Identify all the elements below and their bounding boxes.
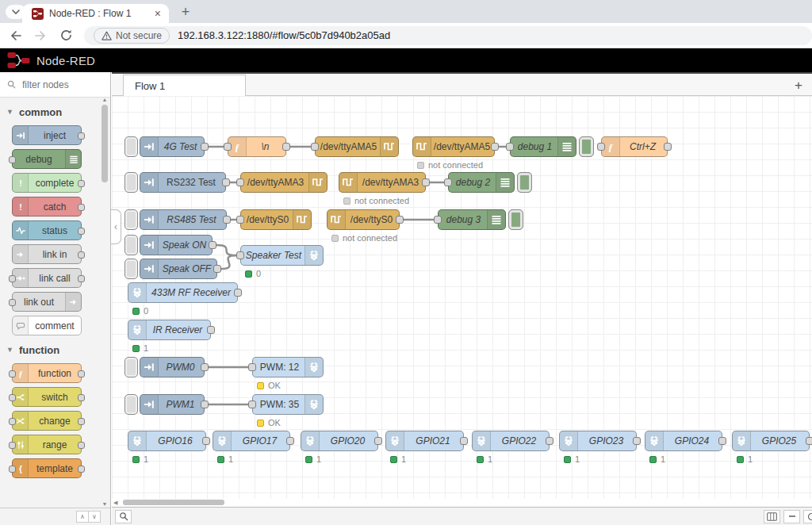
node-port[interactable] [9, 370, 16, 377]
palette-scrollbar[interactable]: ▲ ▼ [102, 98, 108, 506]
zoom-search-button[interactable] [115, 510, 132, 523]
tab-close-icon[interactable]: × [153, 8, 163, 19]
navigator-toggle-button[interactable] [764, 510, 780, 523]
palette-node-link-out[interactable]: link out [12, 292, 82, 312]
address-bar[interactable]: Not secure 192.168.3.122:1880/#flow/5c0b… [84, 26, 812, 45]
node-inject-speak-off[interactable]: Speak OFF [140, 259, 217, 279]
inject-button[interactable] [124, 235, 138, 255]
output-port[interactable] [718, 437, 726, 445]
output-port[interactable] [209, 241, 216, 249]
debug-toggle-button[interactable] [508, 209, 523, 230]
add-flow-button[interactable]: + [790, 77, 807, 94]
output-port[interactable] [201, 143, 209, 151]
zoom-out-button[interactable] [783, 510, 800, 523]
output-port[interactable] [546, 437, 553, 445]
palette-node-link-in[interactable]: link in [12, 244, 82, 264]
wire[interactable] [216, 245, 236, 255]
inject-button[interactable] [124, 259, 138, 279]
node-ir-receiver[interactable]: IR Receiver [128, 320, 211, 340]
node-debug-1[interactable]: debug 1 [510, 136, 576, 157]
palette-node-status[interactable]: status [12, 220, 82, 240]
node-gpio23[interactable]: GPIO23 [559, 431, 637, 451]
node-inject-rs485[interactable]: RS485 Test [140, 209, 227, 230]
output-port[interactable] [282, 143, 290, 151]
inject-button[interactable] [124, 357, 138, 377]
canvas-h-scrollbar-thumb[interactable] [123, 500, 224, 505]
reload-button[interactable] [56, 25, 76, 46]
palette-scrollbar-thumb[interactable] [102, 105, 108, 182]
node-port[interactable] [9, 156, 16, 163]
node-gpio20[interactable]: GPIO20 [301, 431, 378, 451]
node-port[interactable] [78, 442, 85, 449]
node-inject-rs232[interactable]: RS232 Test [140, 172, 226, 193]
flow-canvas[interactable]: 4G Testƒ\n/dev/ttyAMA5/dev/ttyAMA5not co… [112, 96, 812, 499]
debug-toggle-button[interactable] [579, 136, 594, 157]
output-port[interactable] [222, 178, 230, 186]
output-port[interactable] [664, 143, 672, 151]
palette-category-function[interactable]: ▼function [0, 340, 110, 359]
palette-filter[interactable] [0, 72, 110, 98]
node-port[interactable] [78, 251, 85, 259]
palette-node-range[interactable]: range [12, 435, 82, 454]
node-serial-in-s0[interactable]: /dev/ttyS0 [327, 209, 400, 230]
node-inject-pwm0[interactable]: PWM0 [140, 357, 205, 377]
node-serial-out-s0[interactable]: /dev/ttyS0 [240, 209, 312, 230]
node-serial-out-ama3[interactable]: /dev/ttyAMA3 [240, 172, 327, 193]
output-port[interactable] [201, 363, 209, 371]
security-chip[interactable]: Not secure [94, 28, 170, 44]
palette-node-change[interactable]: change [12, 411, 82, 431]
wire[interactable] [221, 255, 236, 269]
inject-button[interactable] [124, 394, 138, 415]
output-port[interactable] [396, 216, 404, 224]
node-port[interactable] [78, 418, 85, 425]
node-port[interactable] [78, 132, 85, 140]
palette-filter-input[interactable] [21, 79, 100, 91]
node-port[interactable] [9, 442, 16, 449]
node-port[interactable] [78, 466, 85, 473]
new-tab-button[interactable]: + [176, 2, 195, 21]
node-debug-3[interactable]: debug 3 [438, 209, 506, 230]
output-port[interactable] [202, 437, 210, 445]
node-port[interactable] [78, 275, 85, 282]
output-port[interactable] [207, 326, 215, 334]
canvas-h-scrollbar[interactable]: ◀ [112, 499, 812, 507]
output-port[interactable] [491, 143, 499, 151]
palette-node-function[interactable]: ƒfunction [12, 363, 82, 383]
flow-tab[interactable]: Flow 1 [123, 75, 246, 96]
node-port[interactable] [9, 299, 16, 306]
output-port[interactable] [422, 178, 430, 186]
node-pwm-35[interactable]: PWM: 35 [252, 394, 324, 415]
node-gpio25[interactable]: GPIO25 [732, 431, 810, 451]
inject-button[interactable] [124, 172, 138, 193]
node-serial-in-ama5[interactable]: /dev/ttyAMA5 [412, 136, 495, 157]
zoom-reset-button[interactable] [803, 510, 812, 523]
node-port[interactable] [78, 180, 85, 187]
inject-button[interactable] [124, 209, 138, 230]
output-port[interactable] [234, 289, 242, 297]
node-gpio16[interactable]: GPIO16 [128, 431, 206, 451]
output-port[interactable] [806, 437, 812, 445]
collapse-all-button[interactable]: ∧ [76, 511, 89, 523]
input-port[interactable] [311, 143, 319, 151]
output-port[interactable] [223, 216, 231, 224]
output-port[interactable] [374, 437, 382, 445]
scroll-left-icon[interactable]: ◀ [113, 500, 117, 506]
palette-toggle-handle[interactable]: ‹ [111, 209, 121, 244]
node-port[interactable] [78, 204, 85, 211]
node-port[interactable] [78, 370, 85, 377]
input-port[interactable] [236, 178, 244, 186]
node-gpio24[interactable]: GPIO24 [645, 431, 722, 451]
node-gpio17[interactable]: GPIO17 [213, 431, 290, 451]
input-port[interactable] [224, 143, 232, 151]
input-port[interactable] [434, 216, 442, 224]
node-port[interactable] [9, 466, 16, 473]
node-gpio22[interactable]: GPIO22 [472, 431, 550, 451]
debug-toggle-button[interactable] [517, 172, 532, 193]
forward-button[interactable] [30, 25, 51, 46]
node-inject-pwm1[interactable]: PWM1 [140, 394, 205, 415]
node-debug-2[interactable]: debug 2 [448, 172, 515, 193]
browser-tab[interactable]: Node-RED : Flow 1 × [22, 4, 169, 23]
node-inject-speak-on[interactable]: Speak ON [140, 235, 213, 255]
output-port[interactable] [460, 437, 468, 445]
node-speaker-test[interactable]: Speaker Test [240, 245, 324, 266]
